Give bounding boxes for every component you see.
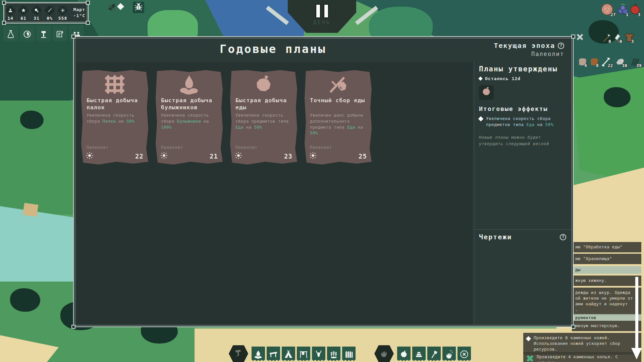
gather-stones-button[interactable]: [412, 347, 426, 362]
task-item[interactable]: Произведите 4 каменных копья. С копьями …: [523, 352, 641, 362]
plans-note: Новые планы можно будет утвердить следую…: [479, 134, 566, 147]
stone-resource: 30: [615, 57, 627, 68]
spear-resource: 0: [602, 33, 611, 44]
sun-icon: [235, 152, 242, 161]
notification-item[interactable]: ию "Обработка еды": [572, 242, 641, 252]
disabled-tools-icon: [107, 3, 116, 13]
task-text: Произведите 4 каменных копья. С копьями …: [537, 354, 638, 362]
green-cross-icon: [527, 355, 533, 362]
notification-item[interactable]: жную хижину.: [572, 276, 641, 286]
hide-light-resource: 4: [578, 57, 587, 68]
diamond-icon: [526, 336, 531, 342]
card-description: Увеличена скорость сбора предметов типа …: [235, 112, 293, 130]
help-icon[interactable]: ?: [558, 43, 564, 49]
diamond-icon: [478, 76, 483, 81]
approved-title: Планы утверждены: [479, 65, 566, 73]
rack-icon: [299, 350, 308, 359]
bone-tool-resource: 22: [601, 57, 613, 68]
apple-icon: [253, 75, 274, 96]
scroll-icon: [55, 29, 65, 39]
knife-resource: 0: [613, 33, 622, 44]
page-title: Годовые планы: [74, 42, 472, 56]
card-title: Быстрая добыча булыжников: [161, 97, 219, 111]
plan-card-food[interactable]: Быстрая добыча еды Увеличена скорость сб…: [230, 70, 297, 165]
build-workbench-button[interactable]: [267, 347, 280, 362]
build-campfire-button[interactable]: [252, 347, 265, 362]
epoch-label: Текущая эпоха: [494, 42, 555, 50]
build-toolbar: [252, 347, 356, 362]
gather-hand-button[interactable]: [442, 347, 456, 362]
plan-card-precise-food[interactable]: Точный сбор еды Увеличен шанс добычи доп…: [305, 70, 372, 165]
build-rack-button[interactable]: [297, 347, 310, 362]
day-label: ДЕНЬ: [313, 19, 331, 25]
month-label: Март: [73, 7, 85, 13]
star-icon: [18, 5, 29, 15]
research-button[interactable]: [3, 25, 18, 43]
palisade-icon: [344, 350, 353, 359]
epoch-button[interactable]: [20, 25, 35, 43]
tent-icon: [284, 350, 293, 359]
flask-icon: [6, 29, 15, 39]
plan-card-cobbles[interactable]: Быстрая добыча булыжников Увеличена скор…: [156, 70, 223, 165]
sticks-resource: 39: [630, 57, 642, 68]
game-screen: ию "Обработка еды" ию "Хранилища" ды жну…: [0, 0, 644, 362]
gather-food-button[interactable]: [397, 347, 411, 362]
notification-item[interactable]: ию "Хранилища": [572, 254, 641, 264]
card-description: Увеличена скорость сбора Булыжники на 10…: [161, 112, 219, 130]
date-display: Март -1°C: [73, 7, 88, 18]
stones-icon: [415, 350, 423, 359]
effects-title: Итоговые эффекты: [479, 105, 566, 112]
build-palisade-button[interactable]: [342, 347, 356, 362]
stat-population: 14: [4, 5, 17, 21]
apple-icon: [481, 86, 492, 99]
effect-item: Увеличена скорость сбора предметов типа …: [479, 116, 566, 128]
stat-food: 31: [30, 5, 43, 21]
approved-plan-tile[interactable]: [479, 85, 494, 100]
card-epoch: Палеолит: [235, 145, 258, 150]
material-resources: 4 8 22 30 39: [578, 57, 642, 68]
approved-plans-section: Планы утверждены Осталось 12d Итоговые э…: [474, 61, 571, 229]
help-icon[interactable]: ?: [560, 234, 566, 240]
gavel-icon: [39, 29, 48, 39]
task-item[interactable]: Произведите 8 каменных ножей. Использова…: [523, 333, 641, 355]
sword-icon: [44, 5, 55, 15]
blueprints-section: Чертежи ?: [474, 229, 571, 324]
sun-icon: [309, 152, 317, 161]
build-goat-button[interactable]: [312, 347, 325, 362]
plans-sidebar: Планы утверждены Осталось 12d Итоговые э…: [474, 61, 571, 324]
gather-cancel-button[interactable]: [458, 347, 471, 362]
card-title: Точный сбор еды: [310, 97, 368, 104]
plan-card-sticks[interactable]: Быстрая добыча палок Увеличена скорость …: [81, 70, 148, 165]
axe-icon: [430, 350, 438, 359]
annual-plans-modal: Годовые планы Текущая эпоха? Палеолит Бы…: [73, 36, 574, 327]
bug-report-button[interactable]: [133, 2, 144, 13]
build-tent-button[interactable]: [282, 347, 295, 362]
woven-sticks-icon: [104, 75, 126, 96]
build-plants-button[interactable]: [327, 347, 340, 362]
notification-item[interactable]: дежды из шкур. Одежда ой жители не умерл…: [572, 288, 641, 315]
close-icon[interactable]: [577, 34, 583, 40]
card-epoch: Палеолит: [161, 145, 183, 150]
current-epoch: Текущая эпоха? Палеолит: [494, 42, 564, 57]
tunic-resource: 3: [624, 32, 634, 44]
card-title: Быстрая добыча палок: [87, 97, 144, 111]
plans-button[interactable]: [53, 25, 67, 43]
notification-item[interactable]: ивную мастерскую.: [572, 321, 641, 331]
card-epoch: Палеолит: [87, 145, 109, 150]
laws-button[interactable]: [36, 25, 51, 43]
epoch-value: Палеолит: [494, 51, 564, 57]
gather-wood-button[interactable]: [427, 347, 441, 362]
stat-light: 558: [56, 5, 69, 21]
card-cost: 21: [210, 153, 218, 160]
meat-slab-resource: 27: [600, 3, 616, 17]
stats-panel: 14 61 31 0% 558 Март -: [3, 2, 89, 23]
red-apple-resource: 3: [629, 3, 640, 17]
tutorial-arrow-head: [631, 348, 642, 359]
stat-reputation: 61: [17, 5, 30, 21]
card-cost: 23: [284, 153, 292, 160]
campfire-icon: [254, 350, 263, 359]
temperature-label: -1°C: [73, 13, 85, 19]
sun-icon: [86, 152, 93, 161]
hammer-icon: [233, 348, 244, 359]
goat-icon: [314, 350, 323, 359]
